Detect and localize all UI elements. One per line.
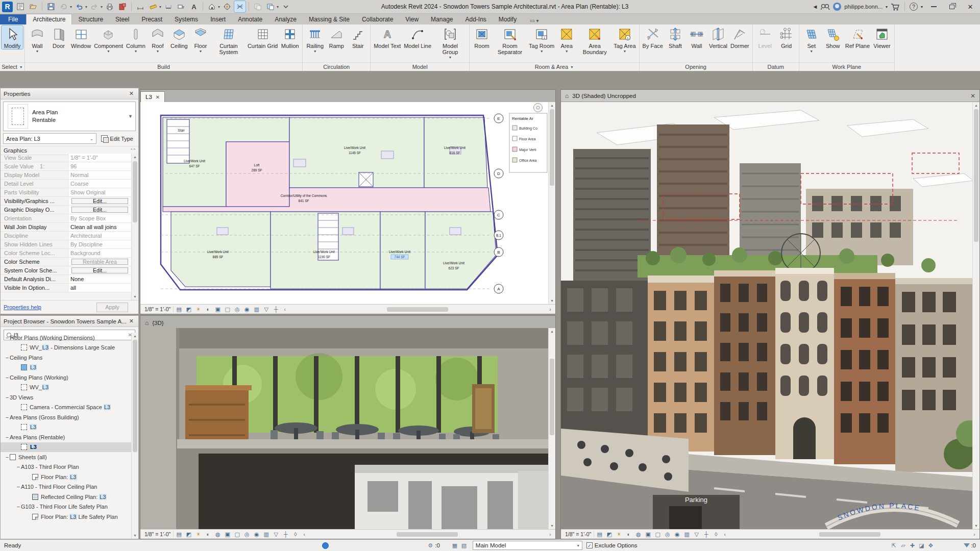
- tab-analyze[interactable]: Analyze: [268, 14, 303, 24]
- set-button[interactable]: Set▼: [801, 26, 822, 53]
- tree-item[interactable]: L3: [1, 422, 131, 433]
- signed-in-user[interactable]: philippe.bonn...: [844, 4, 883, 10]
- scroll-thumb[interactable]: [397, 532, 458, 537]
- scroll-left-icon[interactable]: ‹: [301, 532, 308, 537]
- viewer-button[interactable]: Viewer: [871, 26, 893, 49]
- render-icon[interactable]: ◍: [634, 531, 643, 538]
- scroll-right-icon[interactable]: ›: [547, 307, 554, 312]
- customize-quick-access-icon[interactable]: [280, 1, 291, 12]
- tree-item[interactable]: −Floor Plans (Working Dimensions): [1, 333, 131, 343]
- tree-item[interactable]: −Area Plans (Gross Building): [1, 412, 131, 422]
- property-value[interactable]: Background: [68, 249, 131, 257]
- measure-menu-chevron-icon[interactable]: ▾: [159, 5, 161, 9]
- show-crop-icon[interactable]: ▢: [233, 531, 241, 538]
- show-crop-icon[interactable]: ▢: [653, 531, 662, 538]
- reveal-hidden-icon[interactable]: ◉: [673, 531, 681, 538]
- tab-massing-site[interactable]: Massing & Site: [303, 14, 356, 24]
- tree-item[interactable]: Camera - Commercial Space L3: [1, 403, 131, 413]
- tab-add-ins[interactable]: Add-Ins: [459, 14, 492, 24]
- notification-icon[interactable]: [322, 542, 329, 549]
- view-scale-button[interactable]: 1/8" = 1'-0": [142, 306, 174, 312]
- property-value[interactable]: Architectural: [68, 232, 131, 240]
- curtain-system-button[interactable]: Curtain System: [211, 26, 246, 55]
- transfer-standards-icon[interactable]: [117, 1, 128, 12]
- show-button[interactable]: Show: [822, 26, 844, 49]
- help-icon[interactable]: ?: [910, 3, 918, 11]
- area-boundary-button[interactable]: Area Boundary: [577, 26, 612, 55]
- render-icon[interactable]: ◍: [213, 531, 222, 538]
- sun-path-icon[interactable]: ☀: [194, 306, 203, 313]
- select-by-face-icon[interactable]: ◪: [917, 541, 926, 549]
- plan-canvas[interactable]: EDCB.1BA StairLive/Work Unit647 SFLoft28…: [140, 102, 548, 305]
- crop-view-icon[interactable]: ▣: [213, 306, 222, 313]
- by-face-button[interactable]: By Face: [641, 26, 665, 49]
- tree-expander-icon[interactable]: −: [5, 374, 10, 381]
- scroll-left-icon[interactable]: ‹: [281, 307, 288, 312]
- shaft-button[interactable]: Shaft: [665, 26, 686, 49]
- property-value[interactable]: By Discipline: [68, 240, 131, 248]
- properties-scrollbar[interactable]: ▲ ▼: [131, 154, 138, 300]
- panel-menu-chevron-icon[interactable]: ▼: [19, 65, 23, 69]
- analytical-model-icon[interactable]: ▽: [692, 531, 701, 538]
- undo-menu-chevron-icon[interactable]: ▾: [85, 5, 87, 9]
- model-group-button[interactable]: Model Group▼: [433, 26, 468, 59]
- temporary-hide-icon[interactable]: ◎: [663, 531, 672, 538]
- edit--button[interactable]: Edit...: [71, 198, 128, 204]
- area-button[interactable]: Area▼: [556, 26, 577, 53]
- exterior-3d-drawing[interactable]: Parking SNOWDON PLACE: [561, 102, 973, 530]
- design-options-combo[interactable]: Main Model ▾: [473, 541, 582, 550]
- design-options-icon[interactable]: ▧: [459, 541, 469, 549]
- tab-view[interactable]: View: [399, 14, 425, 24]
- property-value[interactable]: Edit...: [68, 197, 131, 205]
- tree-item[interactable]: −G103 - Third Floor Life Safety Plan: [1, 502, 131, 512]
- scroll-track[interactable]: [458, 530, 547, 539]
- switch-windows-icon[interactable]: [265, 1, 276, 12]
- render-icon[interactable]: [222, 1, 233, 12]
- crop-view-icon[interactable]: ▣: [644, 531, 652, 538]
- tree-item[interactable]: WV_L3 - Dimensions Large Scale: [1, 343, 131, 353]
- tree-item[interactable]: −Sheets (all): [1, 452, 131, 462]
- property-value[interactable]: Edit...: [68, 206, 131, 214]
- tree-expander-icon[interactable]: −: [5, 454, 10, 460]
- view-selector-combo[interactable]: Area Plan: L3 ⌄: [3, 133, 96, 144]
- property-value[interactable]: Normal: [68, 171, 131, 179]
- color-scheme-legend[interactable]: Rentable ArBuilding CoFloor AreaMajor Ve…: [509, 113, 547, 172]
- tree-expander-icon[interactable]: −: [16, 484, 21, 490]
- tree-expander-icon[interactable]: −: [5, 355, 10, 361]
- reveal-constraints-icon[interactable]: ┼: [281, 531, 290, 538]
- model-line-button[interactable]: Model Line: [402, 26, 433, 49]
- shadows-icon[interactable]: ◐: [204, 306, 212, 313]
- tab-steel[interactable]: Steel: [109, 14, 135, 24]
- property-value[interactable]: By Scope Box: [68, 214, 131, 222]
- scroll-track[interactable]: [308, 530, 397, 539]
- reveal-hidden-icon[interactable]: ◉: [252, 531, 261, 538]
- panel-label-opening[interactable]: Opening: [640, 62, 752, 71]
- tree-expander-icon[interactable]: −: [5, 335, 10, 341]
- temporary-view-properties-icon[interactable]: ▥: [682, 531, 691, 538]
- window-button[interactable]: Window: [69, 26, 92, 49]
- tree-item[interactable]: Reflected Ceiling Plan: L3: [1, 492, 131, 502]
- tag-area-button[interactable]: 1Tag Area▼: [612, 26, 637, 53]
- close-button[interactable]: ✕: [963, 1, 978, 12]
- dropdown-chevron-icon[interactable]: ▼: [313, 49, 317, 53]
- panel-label-work-plane[interactable]: Work Plane: [799, 62, 894, 71]
- property-value[interactable]: Edit...: [68, 266, 131, 274]
- shadows-icon[interactable]: ◐: [204, 531, 212, 538]
- dropdown-chevron-icon[interactable]: ▼: [623, 49, 626, 53]
- tab-3d[interactable]: ⌂ {3D}: [140, 317, 168, 328]
- grid-button[interactable]: Grid: [776, 26, 797, 49]
- railing-button[interactable]: Railing▼: [304, 26, 326, 53]
- tab-systems[interactable]: Systems: [168, 14, 204, 24]
- undo-icon[interactable]: [74, 1, 85, 12]
- locked-orientation-icon[interactable]: ◊: [291, 531, 300, 538]
- plan-horizontal-scrollbar[interactable]: ‹›: [281, 305, 554, 314]
- dropdown-chevron-icon[interactable]: ▼: [565, 49, 569, 53]
- select-links-icon[interactable]: ⇱: [889, 541, 898, 549]
- locked-orientation-icon[interactable]: ◊: [712, 531, 720, 538]
- tree-expander-icon[interactable]: −: [5, 414, 10, 420]
- tab-structure[interactable]: Structure: [72, 14, 109, 24]
- exterior-horizontal-scrollbar[interactable]: ‹›: [721, 530, 978, 539]
- property-value[interactable]: Clean all wall joins: [68, 223, 131, 231]
- panel-label-datum[interactable]: Datum: [753, 62, 799, 71]
- cart-icon[interactable]: [891, 3, 900, 11]
